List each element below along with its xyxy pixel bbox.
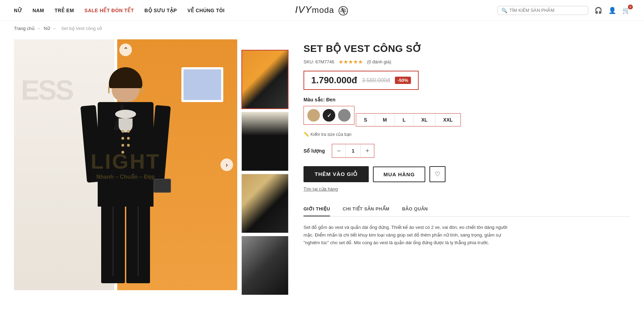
size-xxl[interactable]: XXL — [435, 114, 460, 126]
product-meta: SKU: 67M7746 ★★★★★ (0 đánh giá) — [304, 59, 630, 65]
quantity-value: 1 — [345, 144, 361, 157]
heart-icon: ♡ — [435, 170, 440, 178]
cart-count: 0 — [628, 5, 633, 9]
nav-links: NỮNAMTRẺ EMSALE HẾT ĐÓN TẾTBỘ SƯU TẬPVỀ … — [14, 8, 225, 13]
color-gray[interactable] — [338, 109, 351, 122]
thumb-2[interactable] — [241, 112, 289, 171]
nav-link-bo-suu-tap[interactable]: BỘ SƯU TẬP — [144, 8, 177, 13]
add-to-cart-button[interactable]: THÊM VÀO GIỎ — [304, 166, 369, 182]
quantity-label: Số lượng — [304, 148, 325, 154]
nav-link-tre-em[interactable]: TRẺ EM — [55, 8, 74, 13]
discount-badge: -50% — [395, 77, 411, 84]
product-tabs: GIỚI THIỆU CHI TIẾT SẢN PHẨM BẢO QUẢN — [304, 202, 630, 217]
nav-link-nam[interactable]: NAM — [32, 8, 44, 13]
product-container: ESS — [0, 36, 644, 309]
find-store-link[interactable]: Tìm tại cửa hàng — [304, 186, 630, 192]
tab-care[interactable]: BẢO QUẢN — [402, 202, 428, 216]
breadcrumb-home[interactable]: Trang chủ — [14, 26, 35, 31]
check-icon: ✓ — [327, 112, 331, 119]
thumb-1[interactable] — [241, 50, 289, 109]
price-original: 3.580.000đ — [362, 77, 390, 84]
navbar: NỮNAMTRẺ EMSALE HẾT ĐÓN TẾTBỘ SƯU TẬPVỀ … — [0, 0, 644, 21]
size-options: S M L XL XXL — [356, 113, 461, 126]
breadcrumb-sep2: – — [53, 26, 57, 31]
color-label: Màu sắc: Đen — [304, 97, 630, 102]
quantity-control: − 1 + — [332, 144, 374, 158]
size-xl[interactable]: XL — [413, 114, 435, 126]
user-icon[interactable]: 👤 — [608, 7, 616, 14]
color-tan[interactable] — [307, 109, 320, 122]
search-icon: 🔍 — [501, 8, 507, 13]
search-input[interactable] — [509, 8, 584, 13]
product-reviews: (0 đánh giá) — [367, 59, 391, 64]
size-m[interactable]: M — [375, 114, 395, 126]
tab-intro[interactable]: GIỚI THIỆU — [304, 202, 330, 216]
search-box[interactable]: 🔍 — [497, 6, 588, 15]
ruler-icon: 📏 — [304, 132, 309, 137]
quantity-row: Số lượng − 1 + — [304, 144, 630, 158]
tab-content-intro: Set đồ gồm áo vest và quần dài ống đứng.… — [304, 224, 513, 247]
thumb-4[interactable] — [241, 236, 289, 295]
nav-link-nu[interactable]: NỮ — [14, 8, 22, 13]
price-current: 1.790.000đ — [311, 75, 357, 86]
product-stars: ★★★★★ — [338, 59, 363, 65]
quantity-plus[interactable]: + — [361, 144, 374, 157]
size-s[interactable]: S — [356, 114, 375, 126]
nav-right: 🔍 🎧 👤 🛒 0 — [497, 6, 630, 15]
cart-icon-wrapper[interactable]: 🛒 0 — [622, 7, 630, 14]
product-details: SET BỘ VEST CÔNG SỞ SKU: 67M7746 ★★★★★ (… — [290, 39, 630, 295]
nav-link-sale[interactable]: SALE HẾT ĐÓN TẾT — [84, 8, 134, 13]
nav-link-ve-chung-toi[interactable]: VỀ CHÚNG TÔI — [187, 8, 225, 13]
color-black[interactable]: ✓ — [323, 109, 335, 122]
image-nav-up[interactable]: ⌃ — [119, 44, 132, 56]
product-title: SET BỘ VEST CÔNG SỞ — [304, 43, 630, 54]
cta-row: THÊM VÀO GIỎ MUA HÀNG ♡ — [304, 166, 630, 182]
size-check[interactable]: 📏 Kiểm tra size của bạn — [304, 132, 630, 137]
headphone-icon[interactable]: 🎧 — [594, 7, 602, 14]
thumb-3[interactable] — [241, 174, 289, 233]
nav-logo: IVYmoda — [295, 4, 349, 16]
breadcrumb-current: Set bộ Vest công sở — [61, 26, 102, 31]
size-l[interactable]: L — [395, 114, 414, 126]
quantity-minus[interactable]: − — [332, 144, 345, 157]
breadcrumb: Trang chủ – Nữ – Set bộ Vest công sở — [0, 21, 644, 36]
price-box: 1.790.000đ 3.580.000đ -50% — [304, 71, 419, 90]
breadcrumb-sep1: – — [38, 26, 42, 31]
product-sku: SKU: 67M7746 — [304, 59, 334, 64]
buy-now-button[interactable]: MUA HÀNG — [373, 167, 425, 182]
tab-details[interactable]: CHI TIẾT SẢN PHẨM — [343, 202, 389, 216]
color-options: ✓ — [304, 106, 354, 125]
breadcrumb-nu[interactable]: Nữ — [44, 26, 50, 31]
wishlist-button[interactable]: ♡ — [429, 166, 445, 182]
thumbnails — [237, 39, 290, 295]
image-nav-next[interactable]: › — [220, 159, 233, 171]
main-image: ESS — [14, 39, 237, 290]
